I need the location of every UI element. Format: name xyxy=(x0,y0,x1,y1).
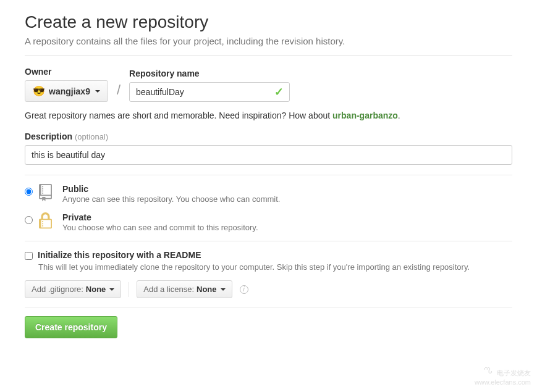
repo-name-label: Repository name xyxy=(129,69,290,78)
create-repository-button[interactable]: Create repository xyxy=(25,316,117,338)
hint-suffix: . xyxy=(398,111,400,120)
readme-checkbox[interactable] xyxy=(25,252,33,260)
info-icon[interactable]: i xyxy=(240,285,248,294)
caret-down-icon xyxy=(221,288,226,291)
public-radio[interactable] xyxy=(25,188,33,196)
slash-separator: / xyxy=(117,82,121,102)
hint-prefix: Great repository names are short and mem… xyxy=(25,111,332,120)
description-label: Description (optional) xyxy=(25,131,512,141)
license-value: None xyxy=(197,285,217,294)
check-icon: ✓ xyxy=(274,85,284,99)
suggestion-link[interactable]: urban-garbanzo xyxy=(332,111,398,120)
private-title: Private xyxy=(62,212,258,222)
avatar-icon: 😎 xyxy=(33,85,45,97)
caret-down-icon xyxy=(95,90,100,93)
gitignore-value: None xyxy=(86,285,106,294)
optional-text: (optional) xyxy=(75,132,108,141)
gitignore-dropdown[interactable]: Add .gitignore: None xyxy=(25,280,121,298)
caret-down-icon xyxy=(109,288,114,291)
vertical-separator xyxy=(129,282,129,297)
license-prefix: Add a license: xyxy=(143,285,194,294)
lock-icon xyxy=(39,212,56,230)
private-sub: You choose who can see and commit to thi… xyxy=(62,223,258,232)
private-radio[interactable] xyxy=(25,216,33,224)
owner-dropdown[interactable]: 😎 wangjiax9 xyxy=(25,80,108,102)
owner-username: wangjiax9 xyxy=(49,86,90,96)
divider xyxy=(25,175,512,175)
license-dropdown[interactable]: Add a license: None xyxy=(137,280,232,298)
repo-name-input[interactable] xyxy=(129,82,290,102)
description-input[interactable] xyxy=(25,145,512,165)
readme-sub: This will let you immediately clone the … xyxy=(38,262,512,272)
owner-label: Owner xyxy=(25,67,108,77)
gitignore-prefix: Add .gitignore: xyxy=(32,285,83,294)
public-sub: Anyone can see this repository. You choo… xyxy=(62,194,280,204)
page-subtitle: A repository contains all the files for … xyxy=(25,36,512,46)
divider xyxy=(25,241,512,241)
repo-icon xyxy=(39,184,56,201)
name-hint: Great repository names are short and mem… xyxy=(25,111,512,120)
readme-title: Initialize this repository with a README xyxy=(38,250,201,260)
divider xyxy=(25,307,512,307)
page-title: Create a new repository xyxy=(25,12,512,32)
description-label-text: Description xyxy=(25,131,72,141)
divider xyxy=(25,55,512,56)
public-title: Public xyxy=(62,184,280,194)
